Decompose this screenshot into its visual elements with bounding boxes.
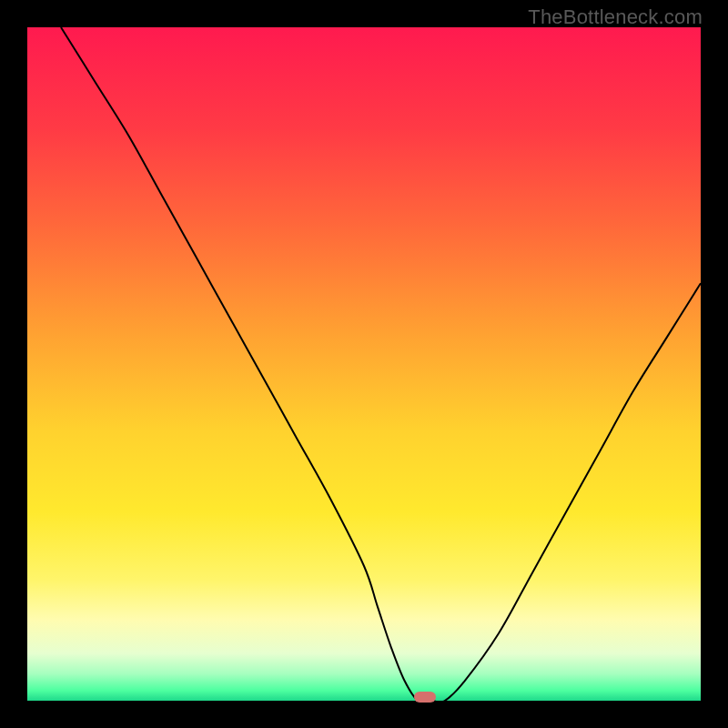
- optimal-marker: [414, 692, 436, 703]
- curve-layer: [27, 27, 701, 701]
- bottleneck-curve: [61, 27, 701, 701]
- watermark-text: TheBottleneck.com: [528, 5, 703, 29]
- plot-area: [27, 27, 701, 701]
- chart-frame: TheBottleneck.com: [0, 0, 728, 728]
